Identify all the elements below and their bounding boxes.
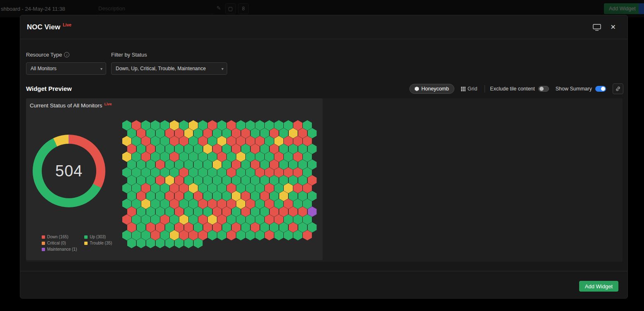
- honeycomb-label: Honeycomb: [421, 86, 449, 92]
- widget-preview-area: Current Status of All MonitorsLive 504 D…: [26, 98, 623, 262]
- legend-swatch: [42, 242, 45, 245]
- tv-mode-icon[interactable]: [593, 24, 601, 33]
- legend-label: Critical (0): [47, 241, 66, 245]
- legend-swatch: [42, 248, 45, 251]
- toggle-knob: [601, 87, 605, 91]
- resource-type-label: Resource Type i: [26, 52, 69, 58]
- widget-live-badge: Live: [105, 102, 112, 106]
- filter-status-value: Down, Up, Critical, Trouble, Maintenance: [116, 66, 206, 71]
- legend-item-critical: Critical (0): [42, 241, 77, 245]
- view-toggle-honeycomb[interactable]: Honeycomb: [409, 84, 454, 94]
- legend-item-maintenance: Maintenance (1): [42, 247, 77, 252]
- legend-label: Trouble (35): [90, 241, 112, 245]
- resource-type-label-text: Resource Type: [26, 52, 62, 58]
- screen: shboard - 24-May-24 11:38 ✎ ▢ 8 Add Widg…: [0, 0, 644, 311]
- add-widget-button[interactable]: Add Widget: [579, 281, 618, 292]
- exclude-tile-label: Exclude tile content: [490, 86, 535, 92]
- legend-item-up: Up (303): [84, 235, 112, 239]
- link-icon: [615, 86, 621, 92]
- modal-header: NOC ViewLive ✕: [20, 15, 627, 39]
- legend-label: Down (165): [47, 235, 69, 239]
- legend-swatch: [42, 235, 45, 239]
- link-button[interactable]: [613, 83, 623, 94]
- chevron-down-icon: ▾: [221, 66, 223, 71]
- grid-icon: [461, 87, 466, 91]
- show-summary-label: Show Summary: [556, 86, 592, 92]
- preview-controls: Honeycomb Grid Exclude tile content Show…: [409, 83, 623, 95]
- legend-item-trouble: Trouble (35): [84, 241, 112, 245]
- legend-swatch: [84, 235, 88, 239]
- widget-preview-heading: Widget Preview: [26, 85, 72, 92]
- donut-chart[interactable]: 504: [33, 135, 105, 207]
- controls-divider: [485, 85, 485, 93]
- chevron-down-icon: ▾: [100, 66, 102, 71]
- close-icon[interactable]: ✕: [611, 23, 616, 31]
- donut-total-value: 504: [55, 162, 83, 180]
- noc-view-modal: NOC ViewLive ✕ Resource Type i Filter by…: [20, 15, 628, 299]
- legend-label: Up (303): [90, 235, 106, 239]
- modal-title-text: NOC View: [27, 23, 60, 31]
- legend: Down (165)Up (303)Critical (0)Trouble (3…: [42, 235, 112, 252]
- grid-label: Grid: [468, 86, 478, 92]
- view-toggle-grid[interactable]: Grid: [459, 84, 480, 93]
- filter-status-dropdown[interactable]: Down, Up, Critical, Trouble, Maintenance…: [111, 62, 227, 75]
- toggle-knob: [539, 87, 544, 91]
- info-icon: i: [64, 52, 69, 57]
- show-summary-toggle[interactable]: [595, 86, 606, 92]
- resource-type-dropdown[interactable]: All Monitors ▾: [26, 62, 106, 75]
- live-badge: Live: [63, 22, 71, 27]
- widget-title-text: Current Status of All Monitors: [30, 102, 102, 109]
- honeycomb-chart: [122, 120, 316, 250]
- filter-status-label-text: Filter by Status: [111, 52, 147, 58]
- honeycomb-icon: [415, 87, 419, 91]
- legend-item-down: Down (165): [42, 235, 77, 239]
- legend-label: Maintenance (1): [47, 247, 77, 252]
- legend-swatch: [84, 242, 88, 245]
- exclude-tile-toggle[interactable]: [538, 86, 549, 92]
- widget-title: Current Status of All MonitorsLive: [30, 102, 112, 109]
- donut-hole: 504: [42, 144, 96, 198]
- resource-type-value: All Monitors: [31, 66, 57, 71]
- noc-widget-card: Current Status of All MonitorsLive 504 D…: [26, 98, 323, 260]
- filter-status-label: Filter by Status: [111, 52, 147, 58]
- footer-divider: [20, 271, 627, 271]
- modal-title: NOC ViewLive: [27, 23, 71, 31]
